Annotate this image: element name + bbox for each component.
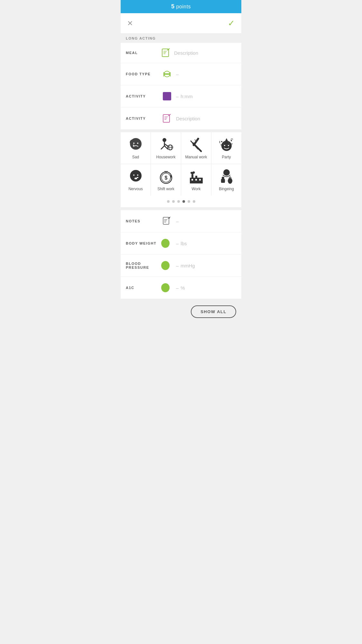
body-weight-label: BODY WEIGHT	[126, 241, 161, 245]
svg-point-38	[231, 140, 232, 141]
activity2-icon	[161, 113, 173, 124]
activity1-icon	[161, 90, 173, 102]
icon-cell-sad[interactable]: Sad	[121, 132, 151, 164]
svg-point-20	[162, 138, 166, 142]
svg-text:$: $	[164, 175, 167, 181]
points-label: points	[174, 4, 191, 9]
svg-rect-45	[137, 177, 138, 178]
icon-cell-nervous[interactable]: Nervous	[121, 164, 151, 196]
housework-icon	[158, 137, 174, 153]
food-type-dash: –	[176, 71, 179, 77]
body-weight-icon	[161, 238, 173, 249]
svg-line-23	[164, 146, 168, 149]
close-icon[interactable]: ✕	[127, 19, 133, 28]
manual-work-icon	[188, 137, 204, 153]
nav-bar: ✕ ✓	[121, 13, 241, 34]
sad-icon	[128, 137, 144, 153]
separator	[121, 130, 241, 132]
body-weight-dot	[161, 239, 170, 248]
body-weight-unit: lbs	[181, 241, 187, 246]
svg-point-5	[168, 49, 169, 50]
svg-point-54	[192, 172, 195, 174]
points-value: 5	[171, 3, 175, 10]
svg-rect-57	[195, 179, 197, 181]
dot-2[interactable]	[172, 200, 175, 203]
blood-pressure-icon	[161, 260, 173, 271]
svg-point-40	[231, 144, 232, 145]
a1c-label: A1C	[126, 286, 161, 290]
food-type-row: FOOD TYPE –	[121, 63, 241, 85]
svg-rect-56	[191, 179, 193, 181]
section-label: LONG ACTING	[121, 34, 241, 43]
body-weight-dash: –	[176, 241, 179, 246]
dot-5[interactable]	[188, 200, 190, 203]
icon-cell-housework[interactable]: Housework	[151, 132, 181, 164]
party-label: Party	[222, 155, 231, 159]
a1c-icon	[161, 282, 173, 294]
svg-point-19	[133, 145, 134, 146]
meal-icon	[161, 48, 171, 58]
svg-point-35	[228, 145, 229, 146]
svg-point-34	[224, 145, 225, 146]
activity2-row: ACTIVITY Description	[121, 107, 241, 130]
dot-4[interactable]	[182, 200, 185, 203]
svg-rect-51	[191, 174, 193, 178]
activity1-dash: –	[176, 94, 179, 99]
nervous-icon	[128, 169, 144, 185]
icon-cell-work[interactable]: Work	[181, 164, 211, 196]
check-icon[interactable]: ✓	[228, 18, 235, 28]
meal-row: MEAL Description	[121, 43, 241, 63]
icon-cell-manual-work[interactable]: Manual work	[181, 132, 211, 164]
svg-point-59	[223, 169, 230, 176]
nervous-label: Nervous	[128, 187, 143, 191]
svg-point-37	[221, 141, 222, 142]
food-type-label: FOOD TYPE	[126, 72, 161, 76]
activity2-label: ACTIVITY	[126, 117, 161, 120]
a1c-dash: –	[176, 285, 179, 291]
sad-label: Sad	[132, 155, 139, 159]
activity-purple-square	[163, 92, 171, 100]
activity1-time[interactable]: h:mm	[181, 94, 193, 99]
icon-grid: Sad Housework	[121, 132, 241, 196]
svg-rect-7	[164, 73, 170, 75]
meal-description[interactable]: Description	[174, 50, 198, 56]
dot-3[interactable]	[177, 200, 180, 203]
svg-point-43	[137, 174, 138, 176]
dot-1[interactable]	[167, 200, 170, 203]
svg-line-22	[161, 146, 164, 149]
icon-cell-bingeing[interactable]: Bingeing	[211, 164, 241, 196]
icon-cell-party[interactable]: Party	[211, 132, 241, 164]
bingeing-label: Bingeing	[219, 187, 234, 191]
svg-point-15	[169, 115, 170, 116]
blood-pressure-unit: mmHg	[181, 263, 195, 268]
shift-work-label: Shift work	[157, 187, 174, 191]
notes-icon	[161, 215, 173, 227]
svg-point-42	[133, 174, 135, 176]
manual-work-label: Manual work	[185, 155, 207, 159]
svg-rect-44	[135, 178, 137, 179]
svg-point-69	[169, 217, 170, 219]
top-bar: 5 points	[121, 0, 241, 13]
work-label: Work	[192, 187, 201, 191]
icon-cell-shift-work[interactable]: $ Shift work	[151, 164, 181, 196]
blood-pressure-label: BLOOD PRESSURE	[126, 262, 161, 269]
icon-grid-container: Sad Housework	[121, 132, 241, 208]
show-all-container: SHOW ALL	[121, 299, 241, 324]
blood-pressure-dash: –	[176, 263, 179, 268]
meal-label: MEAL	[126, 51, 161, 55]
a1c-unit: %	[181, 285, 185, 291]
bingeing-icon	[218, 169, 235, 185]
svg-point-18	[137, 143, 138, 144]
notes-dash: –	[176, 219, 179, 224]
activity2-description[interactable]: Description	[176, 116, 200, 121]
show-all-button[interactable]: SHOW ALL	[191, 305, 236, 318]
notes-label: NOTES	[126, 219, 161, 223]
dot-6[interactable]	[193, 200, 195, 203]
svg-point-55	[190, 172, 192, 174]
pagination-dots	[121, 196, 241, 208]
shift-work-icon: $	[158, 169, 174, 185]
activity1-row: ACTIVITY – h:mm	[121, 85, 241, 107]
work-icon	[188, 169, 204, 185]
a1c-dot	[161, 283, 170, 292]
party-icon	[218, 137, 235, 153]
